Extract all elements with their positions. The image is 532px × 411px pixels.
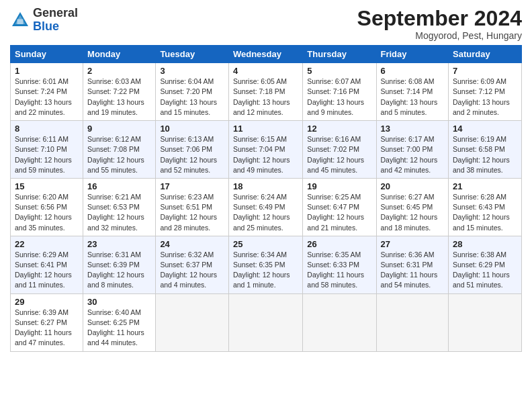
day-number: 19 — [307, 181, 371, 191]
day-info: Sunrise: 6:40 AMSunset: 6:25 PMDaylight:… — [87, 308, 144, 347]
table-row: 22 Sunrise: 6:29 AMSunset: 6:41 PMDaylig… — [11, 236, 83, 293]
day-number: 16 — [87, 181, 151, 191]
day-info: Sunrise: 6:05 AMSunset: 7:18 PMDaylight:… — [233, 77, 290, 116]
table-row: 21 Sunrise: 6:28 AMSunset: 6:43 PMDaylig… — [449, 178, 522, 236]
col-tuesday: Tuesday — [156, 46, 229, 63]
day-info: Sunrise: 6:32 AMSunset: 6:37 PMDaylight:… — [160, 250, 217, 289]
logo-icon — [10, 10, 30, 30]
day-info: Sunrise: 6:27 AMSunset: 6:45 PMDaylight:… — [381, 193, 438, 232]
day-info: Sunrise: 6:15 AMSunset: 7:04 PMDaylight:… — [233, 135, 290, 174]
day-number: 17 — [160, 181, 224, 191]
table-row: 5 Sunrise: 6:07 AMSunset: 7:16 PMDayligh… — [303, 63, 376, 121]
day-info: Sunrise: 6:24 AMSunset: 6:49 PMDaylight:… — [233, 193, 290, 232]
day-info: Sunrise: 6:36 AMSunset: 6:31 PMDaylight:… — [381, 250, 438, 289]
day-info: Sunrise: 6:04 AMSunset: 7:20 PMDaylight:… — [160, 77, 217, 116]
day-info: Sunrise: 6:38 AMSunset: 6:29 PMDaylight:… — [453, 250, 510, 289]
day-info: Sunrise: 6:23 AMSunset: 6:51 PMDaylight:… — [160, 193, 217, 232]
page-container: General Blue September 2024 Mogyorod, Pe… — [0, 0, 532, 355]
day-info: Sunrise: 6:12 AMSunset: 7:08 PMDaylight:… — [87, 135, 144, 174]
day-number: 30 — [87, 297, 151, 307]
table-row: 15 Sunrise: 6:20 AMSunset: 6:56 PMDaylig… — [11, 178, 83, 236]
title-block: September 2024 Mogyorod, Pest, Hungary — [357, 7, 522, 41]
day-info: Sunrise: 6:28 AMSunset: 6:43 PMDaylight:… — [453, 193, 510, 232]
table-row: 19 Sunrise: 6:25 AMSunset: 6:47 PMDaylig… — [303, 178, 376, 236]
day-number: 15 — [15, 181, 79, 191]
day-info: Sunrise: 6:29 AMSunset: 6:41 PMDaylight:… — [15, 250, 72, 289]
table-row: 17 Sunrise: 6:23 AMSunset: 6:51 PMDaylig… — [156, 178, 229, 236]
table-row: 16 Sunrise: 6:21 AMSunset: 6:53 PMDaylig… — [83, 178, 156, 236]
day-number: 3 — [160, 66, 224, 76]
day-info: Sunrise: 6:03 AMSunset: 7:22 PMDaylight:… — [87, 77, 144, 116]
table-row: 20 Sunrise: 6:27 AMSunset: 6:45 PMDaylig… — [376, 178, 449, 236]
day-number: 28 — [453, 239, 517, 249]
table-row — [228, 293, 302, 351]
day-info: Sunrise: 6:08 AMSunset: 7:14 PMDaylight:… — [381, 77, 438, 116]
day-info: Sunrise: 6:11 AMSunset: 7:10 PMDaylight:… — [15, 135, 72, 174]
table-row — [449, 293, 522, 351]
table-row: 23 Sunrise: 6:31 AMSunset: 6:39 PMDaylig… — [83, 236, 156, 293]
col-wednesday: Wednesday — [228, 46, 302, 63]
table-row: 29 Sunrise: 6:39 AMSunset: 6:27 PMDaylig… — [11, 293, 83, 351]
col-saturday: Saturday — [449, 46, 522, 63]
table-row: 6 Sunrise: 6:08 AMSunset: 7:14 PMDayligh… — [376, 63, 449, 121]
table-row: 2 Sunrise: 6:03 AMSunset: 7:22 PMDayligh… — [83, 63, 156, 121]
table-row: 26 Sunrise: 6:35 AMSunset: 6:33 PMDaylig… — [303, 236, 376, 293]
table-row: 10 Sunrise: 6:13 AMSunset: 7:06 PMDaylig… — [156, 121, 229, 179]
col-thursday: Thursday — [303, 46, 376, 63]
month-title: September 2024 — [357, 7, 522, 30]
col-monday: Monday — [83, 46, 156, 63]
day-info: Sunrise: 6:13 AMSunset: 7:06 PMDaylight:… — [160, 135, 217, 174]
logo-text: General Blue — [33, 7, 78, 34]
svg-rect-2 — [17, 19, 24, 24]
day-number: 11 — [233, 124, 298, 134]
table-row: 12 Sunrise: 6:16 AMSunset: 7:02 PMDaylig… — [303, 121, 376, 179]
logo: General Blue — [10, 7, 78, 34]
day-info: Sunrise: 6:19 AMSunset: 6:58 PMDaylight:… — [453, 135, 510, 174]
table-row: 25 Sunrise: 6:34 AMSunset: 6:35 PMDaylig… — [228, 236, 302, 293]
logo-general: General — [33, 6, 78, 19]
table-row: 30 Sunrise: 6:40 AMSunset: 6:25 PMDaylig… — [83, 293, 156, 351]
day-info: Sunrise: 6:21 AMSunset: 6:53 PMDaylight:… — [87, 193, 144, 232]
table-row: 8 Sunrise: 6:11 AMSunset: 7:10 PMDayligh… — [11, 121, 83, 179]
header: General Blue September 2024 Mogyorod, Pe… — [10, 7, 522, 41]
table-row — [156, 293, 229, 351]
day-info: Sunrise: 6:17 AMSunset: 7:00 PMDaylight:… — [381, 135, 438, 174]
day-number: 6 — [381, 66, 445, 76]
col-friday: Friday — [376, 46, 449, 63]
day-info: Sunrise: 6:07 AMSunset: 7:16 PMDaylight:… — [307, 77, 364, 116]
table-row: 18 Sunrise: 6:24 AMSunset: 6:49 PMDaylig… — [228, 178, 302, 236]
location: Mogyorod, Pest, Hungary — [357, 30, 522, 41]
day-number: 1 — [15, 66, 79, 76]
table-row: 7 Sunrise: 6:09 AMSunset: 7:12 PMDayligh… — [449, 63, 522, 121]
day-number: 22 — [15, 239, 79, 249]
table-row: 28 Sunrise: 6:38 AMSunset: 6:29 PMDaylig… — [449, 236, 522, 293]
day-number: 21 — [453, 181, 517, 191]
table-row — [303, 293, 376, 351]
day-info: Sunrise: 6:25 AMSunset: 6:47 PMDaylight:… — [307, 193, 364, 232]
day-number: 29 — [15, 297, 79, 307]
day-number: 18 — [233, 181, 298, 191]
table-row: 9 Sunrise: 6:12 AMSunset: 7:08 PMDayligh… — [83, 121, 156, 179]
day-number: 14 — [453, 124, 517, 134]
day-number: 27 — [381, 239, 445, 249]
calendar-table: Sunday Monday Tuesday Wednesday Thursday… — [10, 45, 522, 351]
day-info: Sunrise: 6:39 AMSunset: 6:27 PMDaylight:… — [15, 308, 72, 347]
table-row: 4 Sunrise: 6:05 AMSunset: 7:18 PMDayligh… — [228, 63, 302, 121]
day-number: 23 — [87, 239, 151, 249]
col-sunday: Sunday — [11, 46, 83, 63]
day-number: 12 — [307, 124, 371, 134]
day-number: 7 — [453, 66, 517, 76]
calendar-header-row: Sunday Monday Tuesday Wednesday Thursday… — [11, 46, 522, 63]
day-info: Sunrise: 6:34 AMSunset: 6:35 PMDaylight:… — [233, 250, 290, 289]
table-row: 24 Sunrise: 6:32 AMSunset: 6:37 PMDaylig… — [156, 236, 229, 293]
day-info: Sunrise: 6:01 AMSunset: 7:24 PMDaylight:… — [15, 77, 72, 116]
day-number: 8 — [15, 124, 79, 134]
table-row: 13 Sunrise: 6:17 AMSunset: 7:00 PMDaylig… — [376, 121, 449, 179]
day-info: Sunrise: 6:16 AMSunset: 7:02 PMDaylight:… — [307, 135, 364, 174]
day-info: Sunrise: 6:35 AMSunset: 6:33 PMDaylight:… — [307, 250, 364, 289]
day-number: 26 — [307, 239, 371, 249]
day-number: 13 — [381, 124, 445, 134]
table-row: 11 Sunrise: 6:15 AMSunset: 7:04 PMDaylig… — [228, 121, 302, 179]
logo-blue: Blue — [33, 19, 59, 33]
day-info: Sunrise: 6:31 AMSunset: 6:39 PMDaylight:… — [87, 250, 144, 289]
